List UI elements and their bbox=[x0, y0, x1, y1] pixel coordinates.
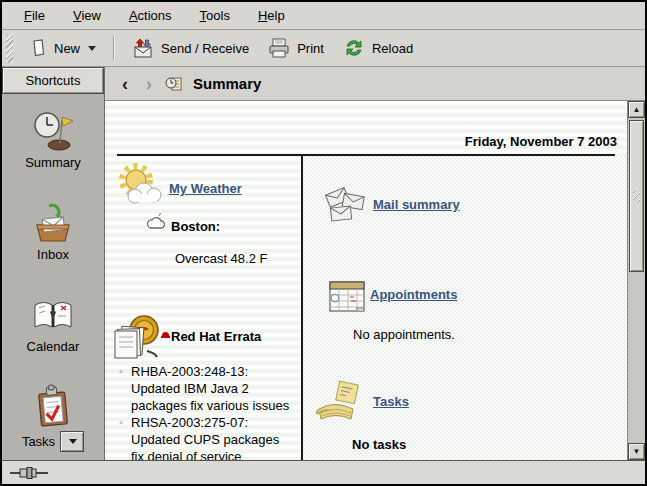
bullet-icon: ◦ bbox=[119, 363, 123, 380]
send-receive-label: Send / Receive bbox=[161, 41, 249, 56]
inbox-icon bbox=[31, 200, 75, 244]
new-document-icon bbox=[28, 38, 48, 58]
weather-location: Boston: bbox=[171, 219, 220, 234]
sidebar-item-inbox-label: Inbox bbox=[37, 247, 69, 262]
errata-item-2-line-2[interactable]: Updated CUPS packages bbox=[121, 431, 289, 448]
content-wrap: Friday, November 7 2003 bbox=[105, 101, 645, 460]
tasks-link[interactable]: Tasks bbox=[373, 394, 409, 409]
menu-file[interactable]: File bbox=[12, 4, 57, 27]
scroll-down-icon: ▼ bbox=[633, 447, 641, 456]
sidebar-item-calendar-label: Calendar bbox=[27, 339, 80, 354]
toolbar-separator bbox=[113, 36, 114, 60]
menu-tools[interactable]: Tools bbox=[188, 4, 242, 27]
page-title: Summary bbox=[193, 75, 261, 92]
menu-view[interactable]: View bbox=[61, 4, 113, 27]
summary-view: ‹ › Summary bbox=[105, 67, 645, 460]
shortcuts-group-button[interactable]: Shortcuts bbox=[2, 67, 104, 94]
chevron-down-icon[interactable] bbox=[88, 46, 96, 51]
weather-conditions: Overcast 48.2 F bbox=[175, 251, 267, 266]
red-hat-icon bbox=[161, 332, 170, 341]
tasks-icon bbox=[31, 384, 75, 428]
print-icon bbox=[267, 36, 291, 60]
small-cloud-icon bbox=[145, 213, 167, 233]
scroll-down-button[interactable]: ▼ bbox=[628, 443, 645, 460]
menubar: File View Actions Tools Help bbox=[2, 2, 645, 30]
mail-summary-icon bbox=[323, 181, 371, 229]
shortcuts-group-label: Shortcuts bbox=[26, 73, 81, 88]
vertical-scrollbar: ▲ ▼ bbox=[627, 101, 645, 460]
statusbar bbox=[2, 460, 645, 484]
reload-icon bbox=[342, 36, 366, 60]
view-header: ‹ › Summary bbox=[105, 67, 645, 101]
summary-icon bbox=[31, 108, 75, 152]
errata-item-2-line-1[interactable]: ◦ RHSA-2003:275-07: bbox=[121, 414, 289, 431]
shortcuts-list: Summary bbox=[2, 94, 104, 460]
print-button[interactable]: Print bbox=[260, 31, 331, 65]
new-button-label: New bbox=[54, 41, 80, 56]
errata-title: Red Hat Errata bbox=[171, 329, 261, 344]
sidebar-item-tasks-label: Tasks bbox=[22, 434, 55, 449]
appointments-icon bbox=[325, 273, 369, 317]
send-receive-button[interactable]: Send / Receive bbox=[124, 31, 256, 65]
menu-help[interactable]: Help bbox=[246, 4, 297, 27]
tasks-summary-icon bbox=[313, 377, 365, 429]
reload-button[interactable]: Reload bbox=[335, 31, 420, 65]
online-status-button[interactable] bbox=[10, 466, 48, 480]
errata-item-1-line-1[interactable]: ◦ RHBA-2003:248-13: bbox=[121, 363, 289, 380]
summary-content: Friday, November 7 2003 bbox=[105, 101, 627, 460]
scrollbar-grip bbox=[633, 191, 640, 203]
weather-icon bbox=[115, 161, 165, 211]
errata-list: ◦ RHBA-2003:248-13: Updated IBM Java 2 p… bbox=[121, 363, 289, 460]
toolbar-drag-handle[interactable] bbox=[6, 34, 13, 63]
errata-item-2-line-3[interactable]: fix denial of service bbox=[121, 448, 289, 460]
scroll-up-icon: ▲ bbox=[633, 105, 641, 114]
summary-date: Friday, November 7 2003 bbox=[465, 134, 617, 149]
main-area: Shortcuts Summary bbox=[2, 67, 645, 460]
connector-icon bbox=[10, 466, 48, 480]
appointments-link[interactable]: Appointments bbox=[370, 287, 457, 302]
my-weather-link[interactable]: My Weather bbox=[169, 181, 242, 196]
column-divider bbox=[301, 155, 303, 460]
errata-title-row: Red Hat Errata bbox=[161, 329, 261, 344]
reload-label: Reload bbox=[372, 41, 413, 56]
sidebar-item-summary[interactable]: Summary bbox=[25, 108, 81, 170]
tasks-empty-text: No tasks bbox=[352, 437, 406, 452]
chevron-down-icon bbox=[69, 439, 77, 444]
forward-icon[interactable]: › bbox=[141, 76, 157, 92]
summary-header-icon bbox=[165, 75, 183, 93]
toolbar: New Send / Receive bbox=[2, 30, 645, 67]
sidebar-item-inbox[interactable]: Inbox bbox=[31, 200, 75, 262]
errata-item-1-line-3[interactable]: packages fix various issues bbox=[121, 397, 289, 414]
back-icon[interactable]: ‹ bbox=[117, 76, 133, 92]
scroll-up-button[interactable]: ▲ bbox=[628, 101, 645, 118]
appointments-empty-text: No appointments. bbox=[353, 327, 455, 342]
shortcuts-sidebar: Shortcuts Summary bbox=[2, 67, 105, 460]
menu-actions[interactable]: Actions bbox=[117, 4, 184, 27]
print-label: Print bbox=[297, 41, 324, 56]
bullet-icon: ◦ bbox=[119, 414, 123, 431]
date-rule bbox=[117, 154, 615, 156]
send-receive-icon bbox=[131, 36, 155, 60]
sidebar-item-tasks[interactable]: Tasks bbox=[22, 384, 84, 452]
new-button[interactable]: New bbox=[21, 33, 103, 63]
scrollbar-trough[interactable] bbox=[628, 118, 645, 443]
sidebar-item-summary-label: Summary bbox=[25, 155, 81, 170]
sidebar-item-calendar[interactable]: Calendar bbox=[27, 292, 80, 354]
evolution-window: File View Actions Tools Help New bbox=[0, 0, 647, 486]
mail-summary-link[interactable]: Mail summary bbox=[373, 197, 460, 212]
red-hat-errata-icon bbox=[109, 313, 163, 367]
errata-item-1-line-2[interactable]: Updated IBM Java 2 bbox=[121, 380, 289, 397]
tasks-dropdown-button[interactable] bbox=[60, 431, 84, 452]
calendar-icon bbox=[31, 292, 75, 336]
scrollbar-thumb[interactable] bbox=[629, 120, 644, 272]
